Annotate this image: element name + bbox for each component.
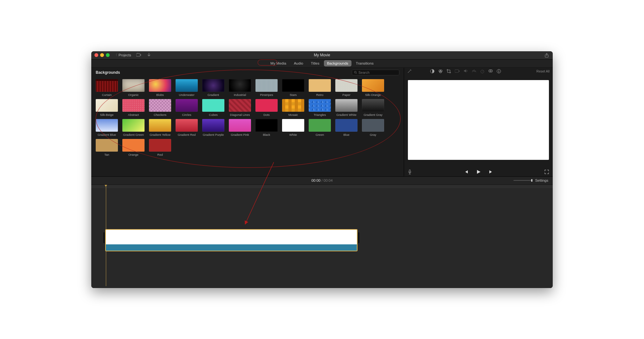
background-thumb-gradient-gray[interactable]: Gradient Gray — [362, 99, 384, 116]
background-thumb-organic[interactable]: Organic — [122, 79, 145, 97]
close-window-button[interactable] — [94, 53, 98, 57]
timecode-bar: 00:00 / 00:04 Settings — [91, 177, 553, 185]
background-label: Gradient Blue — [98, 133, 116, 136]
background-swatch — [309, 79, 331, 92]
background-label: Checkers — [154, 113, 166, 116]
background-thumb-gradient-blue[interactable]: Gradient Blue — [96, 119, 118, 136]
background-swatch — [282, 79, 304, 92]
clip-trim-left[interactable] — [103, 232, 105, 243]
background-thumb-gradient[interactable]: Gradient — [202, 79, 224, 97]
download-icon[interactable] — [147, 53, 151, 57]
background-thumb-gradient-pink[interactable]: Gradient Pink — [229, 119, 251, 136]
reset-all-button[interactable]: Reset All — [537, 69, 550, 73]
background-thumb-silk-orange[interactable]: Silk-Orange — [362, 79, 384, 97]
background-thumb-dots[interactable]: Dots — [255, 99, 278, 116]
background-swatch — [176, 119, 198, 132]
zoom-slider[interactable] — [513, 180, 532, 181]
fullscreen-icon[interactable] — [544, 170, 549, 174]
background-label: Gradient — [208, 93, 219, 97]
background-swatch — [149, 139, 171, 152]
background-thumb-diagonal-lines[interactable]: Diagonal Lines — [229, 99, 251, 116]
background-label: Cubes — [209, 113, 217, 116]
clip[interactable] — [106, 230, 357, 251]
clip-trim-right[interactable] — [358, 232, 359, 243]
timecode-current: 00:00 — [311, 179, 320, 182]
tab-titles[interactable]: Titles — [308, 60, 323, 66]
timeline-ruler[interactable] — [91, 185, 553, 188]
zoom-window-button[interactable] — [106, 53, 110, 57]
settings-button[interactable]: Settings — [535, 179, 548, 182]
search-input[interactable] — [358, 71, 397, 74]
background-label: Gradient Red — [178, 133, 196, 136]
background-swatch — [335, 99, 357, 112]
prev-button[interactable] — [464, 170, 468, 174]
tab-backgrounds[interactable]: Backgrounds — [324, 60, 351, 66]
background-swatch — [149, 79, 171, 92]
window-title: My Movie — [91, 53, 553, 57]
minimize-window-button[interactable] — [100, 53, 104, 57]
tab-audio[interactable]: Audio — [291, 60, 306, 66]
background-thumb-tan[interactable]: Tan — [96, 139, 118, 156]
enhance-wand-icon[interactable] — [407, 69, 412, 73]
background-thumb-curtain[interactable]: Curtain — [96, 79, 118, 97]
background-thumb-orange[interactable]: Orange — [122, 139, 145, 156]
background-thumb-checkers[interactable]: Checkers — [149, 99, 171, 116]
background-thumb-pinstripes[interactable]: Pinstripes — [255, 79, 278, 97]
background-thumb-paper[interactable]: Paper — [335, 79, 357, 97]
background-thumb-stars[interactable]: Stars — [282, 79, 304, 97]
share-button[interactable] — [544, 51, 549, 60]
background-thumb-abstract[interactable]: Abstract — [122, 99, 145, 116]
background-swatch — [309, 119, 331, 132]
background-swatch — [96, 99, 118, 112]
background-thumb-gray[interactable]: Gray — [362, 119, 384, 136]
background-thumb-gradient-purple[interactable]: Gradient Purple — [202, 119, 224, 136]
background-label: Underwater — [179, 93, 194, 97]
color-correction-icon[interactable] — [438, 69, 443, 73]
background-thumb-gradient-yellow[interactable]: Gradient Yellow — [149, 119, 171, 136]
background-thumb-underwater[interactable]: Underwater — [176, 79, 198, 97]
voiceover-icon[interactable] — [408, 169, 412, 174]
background-thumb-black[interactable]: Black — [255, 119, 278, 136]
background-swatch — [229, 79, 251, 92]
background-swatch — [362, 119, 384, 132]
background-thumb-blobs[interactable]: Blobs — [149, 79, 171, 97]
background-thumb-retro[interactable]: Retro — [309, 79, 331, 97]
background-label: Curtain — [102, 93, 112, 97]
background-swatch — [149, 119, 171, 132]
preview-canvas[interactable] — [408, 80, 549, 160]
crop-icon[interactable] — [447, 69, 451, 73]
timeline[interactable] — [91, 185, 553, 288]
background-thumb-gradient-green[interactable]: Gradient Green — [122, 119, 145, 136]
noise-reduction-icon[interactable] — [472, 69, 476, 73]
tab-transitions[interactable]: Transitions — [353, 60, 377, 66]
background-thumb-blue[interactable]: Blue — [335, 119, 357, 136]
next-button[interactable] — [489, 170, 493, 174]
background-thumb-gradient-red[interactable]: Gradient Red — [176, 119, 198, 136]
background-swatch — [202, 119, 224, 132]
background-thumb-mosaic[interactable]: Mosaic — [282, 99, 304, 116]
play-button[interactable] — [476, 169, 481, 174]
background-thumb-circles[interactable]: Circles — [176, 99, 198, 116]
color-balance-icon[interactable] — [430, 69, 435, 73]
background-thumb-red[interactable]: Red — [149, 139, 171, 156]
media-import-icon[interactable] — [136, 53, 141, 57]
tab-my-media[interactable]: My Media — [267, 60, 289, 66]
background-thumb-silk-beige[interactable]: Silk-Beige — [96, 99, 118, 116]
background-thumb-white[interactable]: White — [282, 119, 304, 136]
background-label: Red — [157, 153, 163, 156]
background-thumb-green[interactable]: Green — [309, 119, 331, 136]
background-swatch — [96, 139, 118, 152]
background-thumb-triangles[interactable]: Triangles — [309, 99, 331, 116]
background-thumb-cubes[interactable]: Cubes — [202, 99, 224, 116]
stabilization-icon[interactable] — [455, 69, 460, 73]
background-label: Dots — [263, 113, 270, 116]
background-label: Gray — [370, 133, 377, 136]
background-thumb-industrial[interactable]: Industrial — [229, 79, 251, 97]
background-thumb-gradient-white[interactable]: Gradient White — [335, 99, 357, 116]
volume-icon[interactable] — [464, 69, 468, 73]
speed-icon[interactable] — [480, 69, 485, 73]
search-field[interactable] — [352, 70, 399, 75]
projects-back-button[interactable]: 〈 Projects — [114, 53, 131, 57]
info-icon[interactable] — [497, 69, 501, 73]
clip-filter-icon[interactable] — [488, 69, 493, 73]
